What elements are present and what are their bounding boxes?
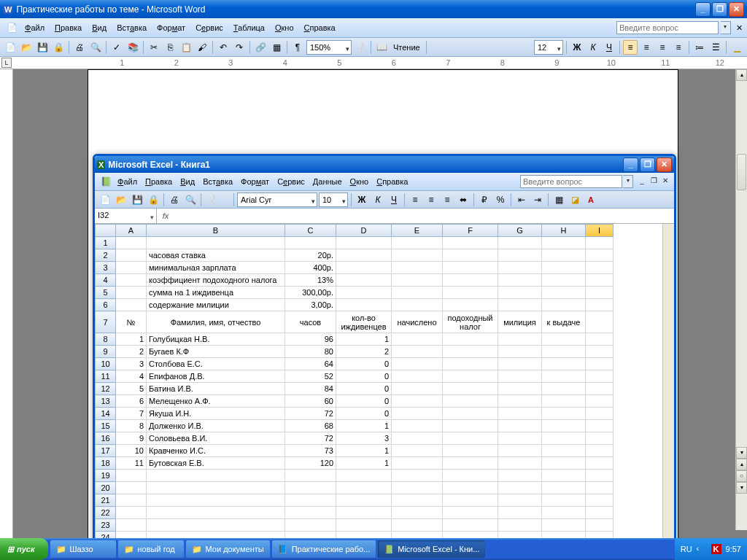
copy-icon[interactable]: ⎘: [163, 40, 177, 55]
col-header[interactable]: D: [336, 225, 392, 237]
preview-icon[interactable]: 🔍: [183, 192, 198, 207]
reading-button[interactable]: Чтение: [390, 43, 423, 52]
font-color-icon[interactable]: A: [584, 192, 598, 207]
taskbar-item[interactable]: 📁новый год: [118, 540, 184, 558]
cell[interactable]: минимальная зарплата: [147, 262, 285, 274]
mdi-minimize[interactable]: _: [637, 176, 647, 187]
menu-tools[interactable]: Сервис: [274, 176, 309, 187]
cell[interactable]: [285, 507, 336, 519]
menu-view[interactable]: Вид: [88, 22, 111, 34]
cell[interactable]: [392, 432, 443, 445]
cell[interactable]: [336, 274, 392, 287]
cell[interactable]: [392, 507, 443, 519]
cell[interactable]: [392, 519, 443, 532]
taskbar-item[interactable]: 📁Шаззо: [50, 540, 116, 558]
cell[interactable]: [392, 287, 443, 299]
permission-icon[interactable]: 🔒: [51, 40, 66, 55]
cell[interactable]: [116, 494, 147, 507]
cell[interactable]: [542, 494, 586, 507]
help-icon[interactable]: ❔: [204, 192, 219, 207]
cell[interactable]: [498, 346, 542, 358]
underline-button[interactable]: Ч: [602, 40, 616, 55]
cell[interactable]: [443, 333, 498, 346]
cell[interactable]: [586, 274, 614, 287]
cell[interactable]: [336, 237, 392, 249]
merge-center-icon[interactable]: ⬌: [456, 192, 471, 207]
browse-object-icon[interactable]: ○: [736, 470, 747, 482]
start-button[interactable]: ⊞ пуск: [0, 538, 48, 560]
redo-icon[interactable]: ↷: [232, 40, 247, 55]
row-header[interactable]: 10: [96, 358, 116, 370]
cell[interactable]: [392, 383, 443, 395]
cell[interactable]: [443, 445, 498, 457]
italic-button[interactable]: К: [371, 192, 385, 207]
row-header[interactable]: 18: [96, 457, 116, 470]
align-right-icon[interactable]: ≡: [655, 40, 670, 55]
name-box[interactable]: I32: [95, 209, 157, 223]
cell[interactable]: содержание милиции: [147, 299, 285, 311]
row-header[interactable]: 14: [96, 408, 116, 420]
undo-icon[interactable]: ↶: [216, 40, 231, 55]
borders-icon[interactable]: ▦: [551, 192, 566, 207]
cell[interactable]: 400р.: [285, 262, 336, 274]
cell[interactable]: [147, 494, 285, 507]
word-app-icon[interactable]: 📄: [4, 20, 19, 35]
cell[interactable]: [336, 507, 392, 519]
menu-help[interactable]: Справка: [373, 176, 411, 187]
cell[interactable]: [542, 237, 586, 249]
fill-color-icon[interactable]: ◪: [568, 192, 582, 207]
row-header[interactable]: 12: [96, 383, 116, 395]
cell[interactable]: [392, 420, 443, 432]
fontsize-combo[interactable]: 10: [319, 192, 348, 207]
cell[interactable]: [498, 333, 542, 346]
close-button[interactable]: ✕: [729, 2, 744, 17]
menu-edit[interactable]: Правка: [50, 22, 86, 34]
cell[interactable]: [147, 237, 285, 249]
cell[interactable]: [392, 358, 443, 370]
row-header[interactable]: 9: [96, 346, 116, 358]
cell[interactable]: [586, 333, 614, 346]
cell[interactable]: [586, 287, 614, 299]
row-header[interactable]: 2: [96, 249, 116, 262]
restore-button[interactable]: ❐: [640, 158, 655, 172]
cell[interactable]: [586, 358, 614, 370]
numbering-icon[interactable]: ☰: [708, 40, 723, 55]
align-left-icon[interactable]: ≡: [623, 40, 638, 55]
cell[interactable]: [542, 346, 586, 358]
fontsize-combo[interactable]: 12: [534, 40, 563, 55]
row-header[interactable]: 13: [96, 395, 116, 408]
taskbar-item[interactable]: 📁Мои документы: [186, 540, 270, 558]
cell[interactable]: [586, 432, 614, 445]
table-icon[interactable]: ▦: [269, 40, 284, 55]
cell[interactable]: [392, 262, 443, 274]
taskbar-item[interactable]: 📗Microsoft Excel - Кни...: [378, 540, 485, 558]
row-header[interactable]: 7: [96, 311, 116, 333]
tab-selector[interactable]: L: [1, 58, 12, 68]
currency-icon[interactable]: ₽: [477, 192, 492, 207]
cell[interactable]: [336, 494, 392, 507]
cell[interactable]: [443, 432, 498, 445]
next-page-icon[interactable]: ▾: [736, 482, 747, 494]
save-icon[interactable]: 💾: [35, 40, 50, 55]
italic-button[interactable]: К: [586, 40, 600, 55]
cell[interactable]: [443, 346, 498, 358]
percent-icon[interactable]: %: [493, 192, 508, 207]
print-icon[interactable]: 🖨: [167, 192, 182, 207]
row-header[interactable]: 19: [96, 470, 116, 482]
cell[interactable]: [498, 287, 542, 299]
cell[interactable]: [443, 237, 498, 249]
cell[interactable]: [498, 470, 542, 482]
bold-button[interactable]: Ж: [570, 40, 584, 55]
cell[interactable]: [392, 370, 443, 383]
cell[interactable]: [586, 383, 614, 395]
cell[interactable]: [498, 237, 542, 249]
cell[interactable]: [443, 482, 498, 494]
menu-tools[interactable]: Сервис: [191, 22, 228, 34]
tray-arrow-icon[interactable]: ‹: [697, 544, 707, 554]
cell[interactable]: [542, 507, 586, 519]
cell[interactable]: [336, 299, 392, 311]
menu-view[interactable]: Вид: [177, 176, 198, 187]
row-header[interactable]: 21: [96, 494, 116, 507]
cell[interactable]: [542, 470, 586, 482]
taskbar-item[interactable]: 📘Практические рабо...: [272, 540, 376, 558]
